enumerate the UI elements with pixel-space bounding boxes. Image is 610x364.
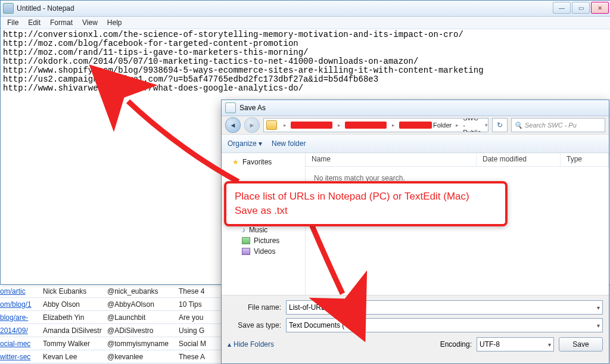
- hide-folders-toggle[interactable]: ▴Hide Folders: [228, 340, 274, 349]
- file-name-label: File name:: [228, 303, 281, 312]
- chevron-up-icon: ▴: [228, 340, 231, 349]
- save-button[interactable]: Save: [559, 337, 603, 351]
- table-row: witter-secKevan Lee@kevanleeThese A: [0, 350, 226, 363]
- encoding-select[interactable]: UTF-8: [477, 337, 554, 351]
- save-type-label: Save as type:: [228, 321, 281, 329]
- videos-icon: [242, 248, 250, 255]
- table-row: ocial-mecTommy Walker@tommyismynameSocia…: [0, 337, 226, 350]
- breadcrumb-bar[interactable]: ▸ ▸ ▸ Folder ▸ SWC - Public ▾: [263, 118, 488, 132]
- redacted-path-2: [345, 122, 387, 129]
- dialog-titlebar[interactable]: Save As: [222, 100, 609, 116]
- new-folder-button[interactable]: New folder: [272, 139, 306, 148]
- background-spreadsheet: om/articNick Eubanks@nick_eubanksThese 4…: [0, 285, 226, 363]
- notepad-app-icon: [3, 3, 14, 14]
- organize-menu[interactable]: Organize ▾: [228, 139, 262, 148]
- col-type[interactable]: Type: [561, 153, 609, 166]
- encoding-label: Encoding:: [440, 340, 472, 349]
- table-row: blog/are-Elizabeth Yin@LaunchbitAre you: [0, 311, 226, 324]
- dialog-title: Save As: [239, 104, 266, 112]
- notepad-textarea[interactable]: http://conversionxl.com/the-science-of-s…: [1, 29, 610, 94]
- save-dialog-icon: [225, 102, 236, 113]
- dialog-footer: File name: List-of-URLs.txt Save as type…: [222, 295, 609, 357]
- music-icon: ♪: [242, 226, 245, 234]
- table-row: om/articNick Eubanks@nick_eubanksThese 4: [0, 285, 226, 298]
- minimize-button[interactable]: —: [553, 2, 571, 14]
- table-row: om/blog/1Abby Olson@AbbyAOlson10 Tips: [0, 298, 226, 311]
- col-date[interactable]: Date modified: [477, 153, 561, 166]
- nav-videos[interactable]: Videos: [222, 246, 305, 257]
- menu-edit[interactable]: Edit: [24, 17, 45, 28]
- nav-back-button[interactable]: ◄: [225, 117, 241, 133]
- notepad-titlebar[interactable]: Untitled - Notepad — ▭ ✕: [1, 1, 610, 17]
- dialog-nav-row: ◄ ► ▸ ▸ ▸ Folder ▸ SWC - Public ▾ ↻ 🔍Sea…: [222, 116, 609, 135]
- menu-view[interactable]: View: [78, 17, 102, 28]
- menu-format[interactable]: Format: [46, 17, 77, 28]
- callout-line2: Save as .txt: [235, 204, 497, 218]
- refresh-button[interactable]: ↻: [492, 118, 508, 132]
- close-button[interactable]: ✕: [591, 2, 609, 14]
- file-name-input[interactable]: List-of-URLs.txt: [286, 300, 603, 315]
- annotation-callout: Place list of URLs in Notepad (PC) or Te…: [224, 181, 508, 226]
- dialog-toolbar: Organize ▾ New folder: [222, 135, 609, 153]
- menu-file[interactable]: File: [3, 17, 23, 28]
- menubar: File Edit Format View Help: [1, 17, 610, 29]
- search-input[interactable]: 🔍Search SWC - Pu: [511, 118, 605, 132]
- star-icon: ★: [232, 158, 239, 166]
- nav-forward-button[interactable]: ►: [244, 117, 260, 133]
- menu-help[interactable]: Help: [103, 17, 126, 28]
- pictures-icon: [242, 237, 250, 244]
- maximize-button[interactable]: ▭: [572, 2, 590, 14]
- window-title: Untitled - Notepad: [17, 4, 608, 13]
- nav-pictures[interactable]: Pictures: [222, 235, 305, 246]
- callout-line1: Place list of URLs in Notepad (PC) or Te…: [235, 189, 497, 204]
- col-name[interactable]: Name: [306, 153, 477, 166]
- table-row: 2014/09/Amanda DiSilvestr@ADiSilvestroUs…: [0, 324, 226, 337]
- column-headers[interactable]: Name Date modified Type: [306, 153, 609, 167]
- save-type-select[interactable]: Text Documents (*.txt): [286, 318, 603, 332]
- nav-favorites[interactable]: ★Favorites: [222, 157, 305, 167]
- redacted-path-3: [399, 122, 432, 129]
- redacted-path-1: [291, 122, 332, 129]
- folder-icon: [266, 120, 277, 130]
- save-as-dialog: Save As ◄ ► ▸ ▸ ▸ Folder ▸ SWC - Public …: [221, 99, 609, 364]
